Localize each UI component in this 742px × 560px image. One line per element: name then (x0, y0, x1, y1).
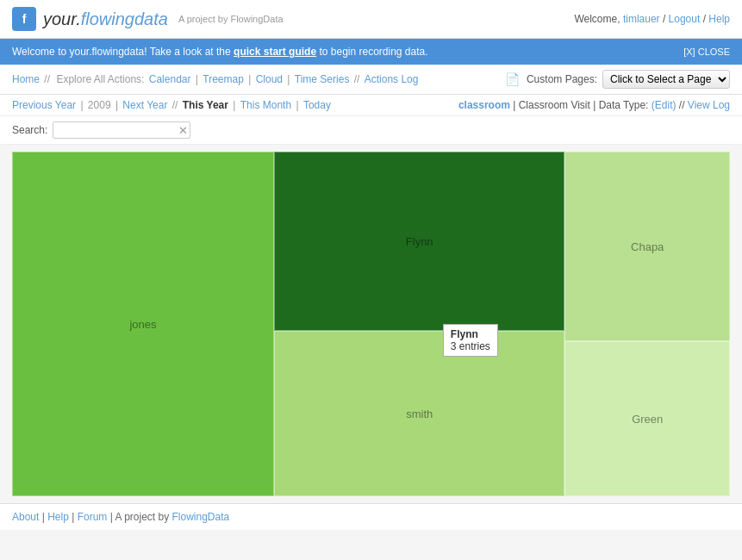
announcement-banner: Welcome to your.flowingdata! Take a look… (0, 39, 742, 65)
year-label: 2009 (88, 99, 111, 111)
help-link[interactable]: Help (708, 13, 730, 25)
classroom-link[interactable]: classroom (458, 99, 510, 111)
banner-pre-text: Welcome to your.flowingdata! Take a look… (12, 46, 231, 58)
footer-project-text: A project by (115, 511, 169, 523)
treemap-label-flynn-top: Flynn (406, 235, 433, 248)
classroom-info: classroom | Classroom Visit | Data Type:… (458, 99, 730, 111)
footer-about-link[interactable]: About (12, 511, 39, 523)
user-nav: Welcome, timlauer / Logout / Help (574, 13, 730, 25)
treemap-label-smith: smith (406, 408, 433, 420)
username-link[interactable]: timlauer (623, 13, 660, 25)
treemap-label-green: Green (632, 413, 663, 426)
next-year-link[interactable]: Next Year (122, 99, 167, 111)
search-bar: Search: ✕ (0, 116, 742, 145)
banner-close-button[interactable]: [X] CLOSE (683, 47, 730, 57)
treemap-cell-jones[interactable]: jones (12, 152, 274, 496)
banner-text: Welcome to your.flowingdata! Take a look… (12, 46, 428, 58)
logo: f your.flowingdata A project by FlowingD… (12, 7, 284, 31)
treemap-label-chapa: Chapa (631, 240, 664, 253)
treemap-label-jones: jones (129, 318, 156, 331)
today-link[interactable]: Today (303, 99, 331, 111)
footer-forum-link[interactable]: Forum (78, 511, 108, 523)
search-label: Search: (12, 124, 47, 136)
logo-icon: f (12, 7, 36, 31)
time-links: Previous Year | 2009 | Next Year // This… (12, 99, 331, 111)
time-nav: Previous Year | 2009 | Next Year // This… (0, 95, 742, 116)
nav-treemap[interactable]: Treemap (203, 73, 244, 85)
nav-actions-log[interactable]: Actions Log (365, 73, 419, 85)
logo-subtitle: A project by FlowingData (178, 14, 284, 24)
footer: About | Help | Forum | A project by Flow… (0, 503, 742, 530)
logo-prefix: your. (43, 9, 81, 28)
nav-bar: Home // Explore All Actions: Calendar | … (0, 65, 742, 95)
custom-pages: 📄 Custom Pages: Click to Select a Page (505, 70, 730, 89)
treemap-cell-green[interactable]: Green (564, 341, 730, 496)
previous-year-link[interactable]: Previous Year (12, 99, 76, 111)
this-year-label: This Year (183, 99, 228, 111)
page-icon: 📄 (505, 72, 520, 86)
data-type-label: Data Type: (599, 99, 649, 111)
nav-links: Home // Explore All Actions: Calendar | … (12, 73, 418, 85)
custom-pages-select[interactable]: Click to Select a Page (602, 70, 730, 89)
search-clear-button[interactable]: ✕ (178, 125, 188, 136)
header: f your.flowingdata A project by FlowingD… (0, 0, 742, 39)
search-input-wrapper: ✕ (53, 121, 190, 139)
treemap-cell-chapa[interactable]: Chapa (564, 152, 730, 341)
logo-text: your.flowingdata (43, 9, 168, 29)
treemap-cell-flynn-top[interactable]: Flynn (274, 152, 564, 331)
footer-project-link[interactable]: FlowingData (172, 511, 230, 523)
classroom-visit-label: Classroom Visit (519, 99, 590, 111)
welcome-text: Welcome, (574, 13, 620, 25)
nav-calendar[interactable]: Calendar (149, 73, 191, 85)
view-log-link[interactable]: View Log (688, 99, 730, 111)
treemap-cell-smith[interactable]: smith (274, 331, 564, 496)
data-type-edit-link[interactable]: (Edit) (652, 99, 677, 111)
nav-time-series[interactable]: Time Series (295, 73, 350, 85)
search-input[interactable] (53, 121, 190, 139)
custom-pages-label: Custom Pages: (527, 73, 597, 85)
logo-brand: flowingdata (81, 9, 168, 28)
footer-help-link[interactable]: Help (47, 511, 69, 523)
banner-post-text: to begin recording data. (319, 46, 427, 58)
treemap-container: jonesFlynnsmithChapaGreenFlynn3 entries (12, 152, 730, 496)
quick-start-link[interactable]: quick start guide (234, 46, 316, 58)
explore-label: Explore All Actions: (56, 73, 144, 85)
logout-link[interactable]: Logout (669, 13, 701, 25)
this-month-link[interactable]: This Month (240, 99, 291, 111)
nav-cloud[interactable]: Cloud (256, 73, 283, 85)
nav-home[interactable]: Home (12, 73, 40, 85)
